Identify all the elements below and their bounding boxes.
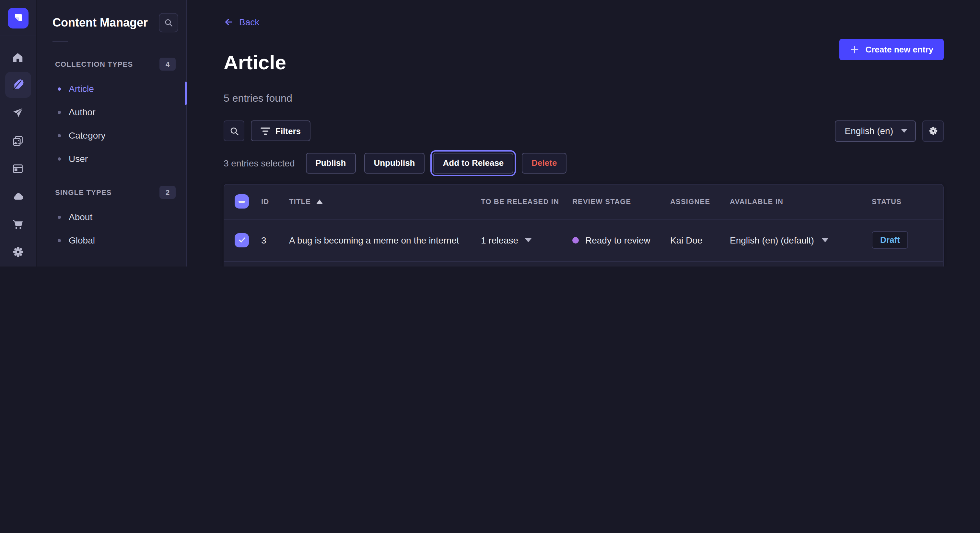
rail-icon-list xyxy=(5,47,31,262)
sidebar-item-global[interactable]: Global xyxy=(37,228,186,252)
sidebar-item-author[interactable]: Author xyxy=(37,100,186,124)
app-window: KD Content Manager COLLECTION TYPES 4 Ar… xyxy=(0,0,980,266)
bullet-icon xyxy=(58,215,61,219)
bullet-icon xyxy=(58,110,61,114)
table-row: 3A bug is becoming a meme on the interne… xyxy=(224,219,943,261)
send-icon[interactable] xyxy=(8,102,28,123)
plus-icon xyxy=(850,45,859,54)
cell-available-in[interactable]: English (en) (default) xyxy=(730,235,872,245)
subnav-search-button[interactable] xyxy=(159,13,178,32)
section-collection-types: COLLECTION TYPES 4 xyxy=(55,58,176,71)
cell-id: 3 xyxy=(261,235,289,245)
section-label: COLLECTION TYPES xyxy=(55,60,133,68)
create-new-entry-label: Create new entry xyxy=(865,45,933,54)
sidebar-item-label: Category xyxy=(69,130,106,141)
indeterminate-dash-icon xyxy=(239,200,245,202)
status-badge: Draft xyxy=(872,231,908,249)
section-count-badge: 2 xyxy=(159,186,176,199)
entries-found-subtitle: 5 entries found xyxy=(224,92,944,104)
table-body: 3A bug is becoming a meme on the interne… xyxy=(224,219,943,266)
sidebar-item-label: Article xyxy=(69,84,94,94)
selection-count-text: 3 entries selected xyxy=(224,158,294,168)
chevron-down-icon xyxy=(525,238,531,242)
filters-button[interactable]: Filters xyxy=(251,121,310,141)
sidebar-item-label: User xyxy=(69,154,88,164)
back-link[interactable]: Back xyxy=(224,17,259,27)
cell-to-be-released-in[interactable]: 1 release xyxy=(481,235,572,245)
column-header-review-stage: REVIEW STAGE xyxy=(572,198,670,205)
table-header-row: ID TITLE TO BE RELEASED IN REVIEW STAGE … xyxy=(224,184,943,219)
chevron-down-icon xyxy=(901,129,907,133)
section-label: SINGLE TYPES xyxy=(55,189,112,196)
create-new-entry-button[interactable]: Create new entry xyxy=(839,39,944,60)
sidebar-item-user[interactable]: User xyxy=(37,147,186,170)
sidebar-item-label: Global xyxy=(69,235,95,246)
sidebar-item-label: About xyxy=(69,212,92,222)
locale-select[interactable]: English (en) xyxy=(835,120,916,141)
sidebar-item-label: Author xyxy=(69,107,95,117)
check-icon xyxy=(237,236,246,244)
subnav-title: Content Manager xyxy=(52,16,148,30)
bullet-icon xyxy=(58,239,61,242)
section-count-badge: 4 xyxy=(159,58,176,71)
filter-icon xyxy=(261,127,270,135)
bullet-icon xyxy=(58,87,61,90)
filters-label: Filters xyxy=(275,126,301,136)
sidebar-item-category[interactable]: Category xyxy=(37,124,186,147)
locale-value: English (en) xyxy=(845,125,893,136)
cell-assignee: Kai Doe xyxy=(670,235,730,245)
search-icon xyxy=(229,126,239,136)
delete-button[interactable]: Delete xyxy=(522,152,566,173)
media-library-icon[interactable] xyxy=(8,130,28,151)
table-row: 4Beautiful picture-To do-English (en) (d… xyxy=(224,261,943,266)
column-header-status: STATUS xyxy=(872,198,933,205)
search-button[interactable] xyxy=(224,121,244,141)
main-content: Back Article Create new entry 5 entries … xyxy=(187,0,980,266)
arrow-left-icon xyxy=(224,17,234,27)
content-type-builder-icon[interactable] xyxy=(8,158,28,179)
column-header-assignee: ASSIGNEE xyxy=(670,198,730,205)
content-manager-feather-icon[interactable] xyxy=(5,72,31,98)
column-header-id[interactable]: ID xyxy=(261,198,289,205)
active-item-indicator xyxy=(185,82,187,105)
cell-title: A bug is becoming a meme on the internet xyxy=(289,235,481,245)
logo-block xyxy=(0,0,36,36)
row-checkbox[interactable] xyxy=(235,233,249,247)
sort-ascending-icon xyxy=(316,199,323,204)
chevron-down-icon xyxy=(822,238,828,242)
bullet-icon xyxy=(58,157,61,160)
back-label: Back xyxy=(239,17,259,27)
content-manager-subnav: Content Manager COLLECTION TYPES 4 Artic… xyxy=(37,0,187,266)
subnav-divider xyxy=(52,41,68,42)
entries-table: ID TITLE TO BE RELEASED IN REVIEW STAGE … xyxy=(224,184,944,266)
publish-button[interactable]: Publish xyxy=(305,152,355,173)
add-to-release-button[interactable]: Add to Release xyxy=(433,152,513,173)
sidebar-item-about[interactable]: About xyxy=(37,205,186,228)
section-single-types: SINGLE TYPES 2 xyxy=(55,186,176,199)
home-icon[interactable] xyxy=(8,47,28,67)
strapi-logo[interactable] xyxy=(8,8,28,28)
column-header-release: TO BE RELEASED IN xyxy=(481,198,572,205)
single-types-list: About Global xyxy=(37,205,186,252)
select-all-checkbox[interactable] xyxy=(235,194,249,209)
column-header-available-in: AVAILABLE IN xyxy=(730,198,872,205)
cell-review-stage: Ready to review xyxy=(572,235,670,245)
view-settings-button[interactable] xyxy=(922,120,944,141)
marketplace-cart-icon[interactable] xyxy=(8,214,28,235)
bullet-icon xyxy=(58,134,61,137)
unpublish-button[interactable]: Unpublish xyxy=(364,152,425,173)
stage-dot-icon xyxy=(572,237,579,243)
gear-icon xyxy=(928,125,938,136)
cloud-icon[interactable] xyxy=(8,186,28,206)
page-title: Article xyxy=(224,51,286,75)
collection-types-list: Article Author Category User xyxy=(37,77,186,170)
column-header-title[interactable]: TITLE xyxy=(289,198,481,205)
settings-gear-icon[interactable] xyxy=(8,241,28,262)
icon-rail: KD xyxy=(0,0,36,266)
cell-status: Draft xyxy=(872,231,933,249)
sidebar-item-article[interactable]: Article xyxy=(37,77,186,100)
